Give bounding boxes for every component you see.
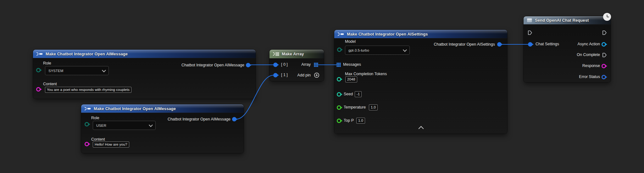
output-pin[interactable] [246, 63, 250, 67]
array-element-1-label: [ 1 ] [281, 73, 288, 77]
make-struct-icon [337, 32, 344, 36]
role-label: Role [91, 116, 99, 120]
content-pin[interactable] [36, 87, 41, 92]
content-label: Content [43, 82, 57, 86]
exec-in-pin[interactable] [527, 30, 532, 35]
model-pin[interactable] [337, 47, 341, 52]
chevron-down-icon [102, 68, 106, 72]
role-pin[interactable] [85, 122, 89, 126]
seed-pin[interactable] [337, 92, 341, 97]
node-header[interactable]: Make Chatbot Integrator Open AIMessage [81, 104, 244, 113]
node-title: Make Array [282, 52, 304, 56]
array-element-0-label: [ 0 ] [281, 62, 288, 67]
output-pin-label: Chatbot Integrator Open AISettings [434, 42, 495, 47]
top-p-pin[interactable] [337, 119, 341, 123]
output-pin[interactable] [232, 117, 236, 121]
add-pin-label: Add pin [297, 73, 311, 77]
node-header[interactable]: Make Array [269, 50, 324, 59]
model-dropdown[interactable]: gpt-3.5-turbo [345, 46, 410, 55]
node-make-aisettings[interactable]: Make Chatbot Integrator Open AISettings … [334, 30, 507, 134]
exec-out-pin[interactable] [602, 30, 607, 35]
chevron-down-icon [149, 123, 153, 127]
array-element-0-pin[interactable] [273, 63, 278, 67]
error-status-label: Error Status [579, 75, 600, 79]
max-tokens-pin[interactable] [337, 77, 341, 81]
error-status-pin[interactable] [602, 75, 606, 79]
array-grid-pin[interactable] [314, 63, 318, 67]
make-struct-icon [36, 52, 43, 56]
latent-clock-icon [603, 13, 611, 21]
content-input[interactable]: Hello! How are you? [93, 142, 129, 148]
messages-label: Messages [343, 62, 361, 67]
model-label: Model [345, 39, 356, 44]
node-header[interactable]: Make Chatbot Integrator Open AIMessage [33, 50, 256, 58]
node-make-array[interactable]: Make Array [ 0 ] Array [ 1 ] Add pin [269, 50, 324, 81]
node-header[interactable]: Make Chatbot Integrator Open AISettings [334, 30, 507, 38]
response-label: Response [582, 64, 600, 68]
role-dropdown-value: SYSTEM [48, 69, 63, 73]
chevron-down-icon [403, 48, 407, 52]
node-send-openai-chat-request[interactable]: Send OpenAI Chat Request Chat Settings A… [524, 16, 611, 82]
role-dropdown-value: USER [96, 124, 106, 127]
max-tokens-label: Max Completion Tokens [345, 72, 387, 76]
top-p-label: Top P [344, 118, 354, 123]
async-function-icon [527, 18, 532, 23]
array-element-1-pin[interactable] [273, 73, 278, 77]
role-dropdown[interactable]: USER [93, 121, 156, 130]
content-input[interactable]: You are a poet who responds with rhyming… [45, 87, 131, 93]
messages-array-pin[interactable] [336, 63, 341, 67]
node-make-aimessage-system[interactable]: Make Chatbot Integrator Open AIMessage R… [33, 50, 256, 99]
temperature-pin[interactable] [337, 105, 341, 110]
response-pin[interactable] [602, 64, 606, 68]
on-complete-label: On Complete [577, 53, 600, 57]
node-make-aimessage-user[interactable]: Make Chatbot Integrator Open AIMessage R… [81, 104, 244, 153]
on-complete-exec-pin[interactable] [602, 53, 607, 58]
array-output-label: Array [301, 62, 311, 67]
node-title: Send OpenAI Chat Request [535, 18, 589, 23]
role-pin[interactable] [36, 68, 41, 72]
make-struct-icon [84, 107, 91, 111]
seed-label: Seed [344, 92, 353, 96]
role-dropdown[interactable]: SYSTEM [45, 66, 109, 75]
async-action-label: Async Action [577, 42, 600, 46]
role-label: Role [43, 61, 51, 65]
output-pin-label: Chatbot Integrator Open AIMessage [181, 63, 244, 67]
node-title: Make Chatbot Integrator Open AIMessage [94, 106, 176, 111]
content-pin[interactable] [85, 142, 89, 146]
blueprint-canvas[interactable]: Make Chatbot Integrator Open AIMessage R… [0, 0, 644, 173]
seed-input[interactable]: -1 [355, 91, 362, 97]
add-pin-icon[interactable] [314, 72, 319, 78]
chat-settings-label: Chat Settings [536, 42, 559, 46]
temperature-label: Temperature [344, 105, 366, 109]
node-title: Make Chatbot Integrator Open AISettings [347, 32, 428, 36]
node-title: Make Chatbot Integrator Open AIMessage [46, 52, 128, 56]
async-action-pin[interactable] [602, 42, 606, 47]
temperature-input[interactable]: 1.0 [369, 104, 378, 110]
max-tokens-input[interactable]: 2048 [345, 76, 357, 82]
node-header[interactable]: Send OpenAI Chat Request [524, 16, 611, 25]
make-array-icon [273, 52, 280, 56]
top-p-input[interactable]: 1.0 [356, 118, 365, 124]
model-dropdown-value: gpt-3.5-turbo [348, 48, 369, 52]
blueprint-editor: { "canvas": {"background": "#262626"}, "… [0, 0, 644, 173]
output-pin[interactable] [497, 42, 502, 47]
content-label: Content [91, 137, 105, 142]
chat-settings-pin[interactable] [528, 42, 532, 47]
output-pin-label: Chatbot Integrator Open AIMessage [168, 117, 230, 121]
collapse-advanced-chevron-icon[interactable] [419, 126, 424, 131]
